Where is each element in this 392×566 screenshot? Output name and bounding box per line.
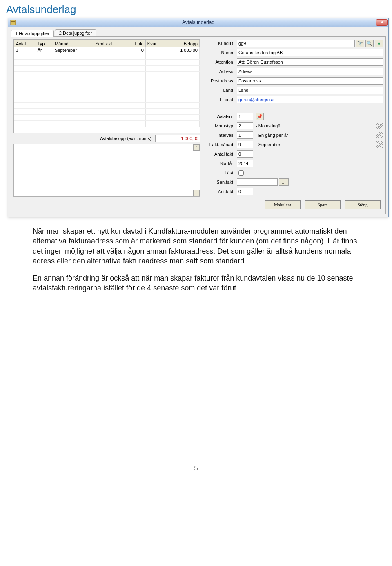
epost-input[interactable] xyxy=(237,96,383,103)
view-customer-button[interactable]: 🔍 xyxy=(365,40,374,47)
antfakt-label: Ant.fakt: xyxy=(203,189,237,194)
table-row[interactable] xyxy=(14,121,200,127)
cell: 0 xyxy=(126,47,145,53)
tab-strip: 1 Huvuduppgifter 2 Detaljuppgifter xyxy=(8,27,388,36)
col-typ[interactable]: Typ xyxy=(36,40,53,47)
last-label: Låst: xyxy=(203,170,237,175)
dot-icon: ● xyxy=(378,41,381,46)
makulera-button[interactable]: Makulera xyxy=(265,200,301,209)
stang-label: Stäng xyxy=(357,202,368,207)
table-row[interactable] xyxy=(14,66,200,72)
namn-label: Namn: xyxy=(203,50,237,55)
paragraph: När man skapar ett nytt kundavtal i Kund… xyxy=(33,226,359,266)
close-icon: ✕ xyxy=(380,20,383,25)
col-avtal[interactable]: Avtal xyxy=(14,40,36,47)
antfakt-input[interactable] xyxy=(237,188,253,195)
contracts-grid[interactable]: Avtal Typ Månad SenFakt Fakt Kvar Belopp xyxy=(13,39,200,133)
avtalsnr-label: Avtalsnr: xyxy=(203,114,237,119)
sum-value xyxy=(155,135,200,142)
tab-huvuduppgifter[interactable]: 1 Huvuduppgifter xyxy=(11,30,54,37)
close-button[interactable]: ✕ xyxy=(376,19,388,26)
antalfakt-label: Antal fakt: xyxy=(203,152,237,156)
sum-label: Avtalsbelopp (exkl.moms): xyxy=(100,136,153,141)
table-row[interactable] xyxy=(14,84,200,90)
table-row[interactable] xyxy=(14,53,200,60)
cell: September xyxy=(53,47,94,53)
faktmanad-input[interactable] xyxy=(237,141,253,148)
kundid-input[interactable] xyxy=(237,40,355,47)
epost-label: E-post: xyxy=(203,97,237,102)
intervall-label: Intervall: xyxy=(203,133,237,138)
table-row[interactable] xyxy=(14,96,200,103)
senfakt-label: Sen.fakt: xyxy=(203,180,237,185)
table-row[interactable] xyxy=(14,60,200,66)
col-belopp[interactable]: Belopp xyxy=(166,40,199,47)
paragraph: En annan förändring är också att när man… xyxy=(33,273,359,293)
binoculars-icon: 🔭 xyxy=(357,41,363,46)
startar-input[interactable] xyxy=(237,160,253,167)
avtalsnr-input[interactable] xyxy=(237,113,253,120)
lookup-icon[interactable] xyxy=(376,123,383,129)
body-text: När man skapar ett nytt kundavtal i Kund… xyxy=(0,217,392,293)
search-customer-button[interactable]: 🔭 xyxy=(356,40,364,47)
lookup-icon[interactable] xyxy=(376,132,383,138)
momstyp-input[interactable] xyxy=(237,122,253,129)
table-row[interactable] xyxy=(14,103,200,109)
namn-input[interactable] xyxy=(237,49,383,56)
startar-label: Startår: xyxy=(203,161,237,166)
intervall-text: - En gång per år xyxy=(256,133,375,138)
antalfakt-input[interactable] xyxy=(237,150,253,158)
titlebar: Avtalsunderlag ✕ xyxy=(8,18,388,27)
land-input[interactable] xyxy=(237,87,383,94)
grid-header: Avtal Typ Månad SenFakt Fakt Kvar Belopp xyxy=(14,40,200,47)
table-row[interactable] xyxy=(14,115,200,121)
tab-detaljuppgifter[interactable]: 2 Detaljuppgifter xyxy=(55,29,96,36)
table-row[interactable] xyxy=(14,90,200,96)
attention-label: Attention: xyxy=(203,60,237,65)
stang-button[interactable]: Stäng xyxy=(345,200,381,209)
col-fakt[interactable]: Fakt xyxy=(126,40,145,47)
scroll-down-button[interactable]: ˅ xyxy=(193,190,200,196)
postadress-label: Postadress: xyxy=(203,78,237,83)
postadress-input[interactable] xyxy=(237,77,383,85)
momstyp-label: Momstyp: xyxy=(203,123,237,128)
page-number: 5 xyxy=(0,465,392,484)
faktmanad-label: Fakt.månad: xyxy=(203,142,237,147)
land-label: Land: xyxy=(203,88,237,93)
col-kvar[interactable]: Kvar xyxy=(145,40,166,47)
cell xyxy=(94,47,126,53)
spara-label: Spara xyxy=(317,202,327,207)
pin-icon: 📌 xyxy=(257,114,263,119)
dialog-window: Avtalsunderlag ✕ 1 Huvuduppgifter 2 Deta… xyxy=(8,18,389,217)
detail-list[interactable]: ˄ ˅ xyxy=(13,144,200,197)
intervall-input[interactable] xyxy=(237,131,253,139)
table-row[interactable] xyxy=(14,109,200,115)
spara-button[interactable]: Spara xyxy=(305,200,341,209)
caret-up-icon: ˄ xyxy=(196,145,198,149)
col-senfakt[interactable]: SenFakt xyxy=(94,40,126,47)
magnifier-icon: 🔍 xyxy=(367,41,372,46)
cell: År xyxy=(36,47,53,53)
senfakt-input[interactable] xyxy=(237,178,278,186)
attention-input[interactable] xyxy=(237,58,383,66)
pin-button[interactable]: 📌 xyxy=(256,113,264,120)
last-checkbox[interactable] xyxy=(238,170,244,176)
page-title: Avtalsunderlag xyxy=(0,0,392,18)
momstyp-text: - Moms ingår xyxy=(256,123,375,128)
caret-down-icon: ˅ xyxy=(196,191,198,195)
adress-input[interactable] xyxy=(237,68,383,75)
table-row[interactable] xyxy=(14,78,200,84)
faktmanad-text: - September xyxy=(256,142,375,147)
table-row[interactable]: 1 År September 0 1 000,00 xyxy=(14,47,200,53)
col-manad[interactable]: Månad xyxy=(53,40,94,47)
window-title: Avtalsunderlag xyxy=(8,20,388,25)
makulera-label: Makulera xyxy=(274,202,291,207)
cell xyxy=(145,47,166,53)
lookup-icon[interactable] xyxy=(376,141,383,148)
table-row[interactable] xyxy=(14,72,200,78)
tab-panel: Avtal Typ Månad SenFakt Fakt Kvar Belopp xyxy=(11,36,386,214)
status-indicator[interactable]: ● xyxy=(375,40,383,47)
scroll-up-button[interactable]: ˄ xyxy=(193,144,200,151)
svg-rect-1 xyxy=(11,21,15,22)
senfakt-browse-button[interactable]: ... xyxy=(279,178,289,186)
